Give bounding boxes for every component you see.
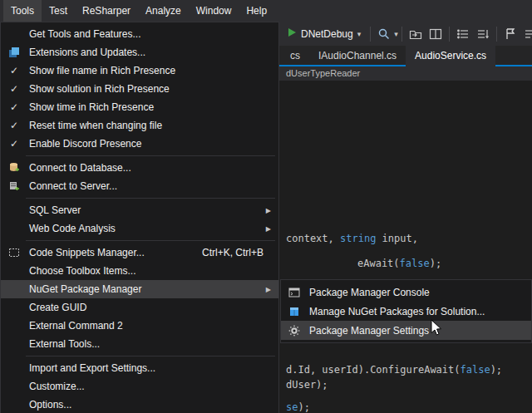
play-icon	[287, 27, 297, 40]
menu-separator	[26, 198, 275, 199]
task-list-icon[interactable]	[453, 24, 473, 44]
checkmark-icon: ✓	[10, 101, 18, 113]
code-line: context, string input,	[286, 233, 418, 244]
code-line: eAwait(false);	[357, 258, 441, 269]
menu-bar: Tools Test ReSharper Analyze Window Help	[0, 0, 532, 22]
menu-item-package-manager-console[interactable]: Package Manager Console	[281, 283, 531, 302]
menubar-item-analyze[interactable]: Analyze	[138, 0, 189, 22]
toolbar-separator	[370, 27, 371, 42]
menu-item-connect-to-database[interactable]: Connect to Database...	[1, 159, 278, 177]
menu-item-import-export-settings[interactable]: Import and Export Settings...	[1, 359, 278, 377]
gear-icon	[283, 325, 306, 337]
menu-item-external-tools[interactable]: External Tools...	[1, 335, 278, 353]
chevron-down-icon: ▾	[357, 30, 362, 38]
search-icon[interactable]	[374, 24, 394, 44]
snippets-icon	[2, 247, 26, 258]
submenu-arrow-icon: ▶	[262, 225, 277, 233]
menu-item-nuget-package-manager[interactable]: NuGet Package Manager ▶	[1, 280, 278, 298]
server-icon	[2, 180, 26, 192]
menubar-item-tools[interactable]: Tools	[3, 0, 42, 22]
menu-item-code-snippets-manager[interactable]: Code Snippets Manager... Ctrl+K, Ctrl+B	[1, 243, 278, 262]
tab-audioservice[interactable]: AudioService.cs	[406, 46, 495, 66]
menu-item-enable-discord-presence[interactable]: ✓ Enable Discord Presence	[1, 135, 278, 153]
menu-item-extensions-and-updates[interactable]: Extensions and Updates...	[1, 43, 278, 61]
menu-item-show-file-name[interactable]: ✓ Show file name in Rich Presence	[1, 61, 278, 80]
packages-icon	[283, 306, 306, 317]
menu-separator	[26, 240, 275, 241]
code-line: dUser);	[286, 379, 328, 391]
chevron-down-icon[interactable]: ▾	[394, 30, 398, 38]
menu-item-web-code-analysis[interactable]: Web Code Analysis ▶	[1, 219, 278, 238]
bookmark-icon[interactable]	[500, 24, 520, 44]
menu-item-sql-server[interactable]: SQL Server ▶	[1, 201, 278, 219]
toolbar-separator	[401, 27, 402, 42]
database-icon	[2, 162, 26, 174]
menu-item-connect-to-server[interactable]: Connect to Server...	[1, 177, 278, 195]
console-icon	[283, 287, 306, 298]
menubar-item-resharper[interactable]: ReSharper	[75, 0, 138, 22]
sorted-list-icon[interactable]	[473, 24, 493, 44]
checkmark-icon: ✓	[10, 138, 18, 150]
menubar-item-window[interactable]: Window	[189, 0, 239, 22]
checkmark-icon: ✓	[10, 65, 18, 76]
menu-item-show-solution[interactable]: ✓ Show solution in Rich Presence	[1, 80, 278, 98]
split-view-icon[interactable]	[426, 24, 446, 44]
toolbar-separator	[449, 27, 450, 42]
submenu-arrow-icon: ▶	[262, 207, 277, 214]
tools-menu: Get Tools and Features... Extensions and…	[0, 22, 279, 413]
menu-item-show-time[interactable]: ✓ Show time in Rich Presence	[1, 98, 278, 116]
code-line: se);	[286, 401, 310, 413]
checkmark-icon: ✓	[10, 120, 18, 131]
nuget-package-manager-submenu: Package Manager Console Manage NuGet Pac…	[280, 279, 532, 343]
menubar-item-help[interactable]: Help	[239, 0, 274, 22]
navbar-type-name: dUserTypeReader	[286, 68, 360, 78]
checkmark-icon: ✓	[10, 83, 18, 95]
code-line: d.Id, userId).ConfigureAwait(false);	[286, 364, 502, 376]
menu-shortcut: Ctrl+K, Ctrl+B	[202, 247, 277, 258]
tab-iaudiochannel[interactable]: IAudioChannel.cs	[309, 46, 406, 66]
line-list-icon[interactable]	[520, 24, 532, 44]
menu-item-options[interactable]: Options...	[1, 396, 278, 413]
menubar-item-test[interactable]: Test	[42, 0, 75, 22]
start-debug-button[interactable]: DNetDebug ▾	[281, 24, 367, 44]
menu-separator	[26, 356, 275, 356]
mouse-cursor	[431, 319, 442, 339]
tab-partial[interactable]: cs	[281, 46, 309, 66]
menu-separator	[26, 155, 275, 156]
menu-item-reset-time[interactable]: ✓ Reset time when changing file	[1, 116, 278, 135]
menu-item-create-guid[interactable]: Create GUID	[1, 298, 278, 317]
run-profile-label: DNetDebug	[301, 28, 353, 40]
menu-item-customize[interactable]: Customize...	[1, 377, 278, 396]
extensions-icon	[2, 47, 26, 58]
submenu-arrow-icon: ▶	[262, 286, 277, 293]
menu-item-external-command-2[interactable]: External Command 2	[1, 317, 278, 335]
menu-item-get-tools-and-features[interactable]: Get Tools and Features...	[1, 25, 278, 43]
menu-item-package-manager-settings[interactable]: Package Manager Settings	[281, 321, 531, 340]
menu-item-manage-nuget-packages[interactable]: Manage NuGet Packages for Solution...	[281, 302, 531, 321]
menu-item-choose-toolbox-items[interactable]: Choose Toolbox Items...	[1, 262, 278, 280]
open-folder-icon[interactable]	[406, 24, 426, 44]
toolbar-separator	[496, 27, 497, 42]
